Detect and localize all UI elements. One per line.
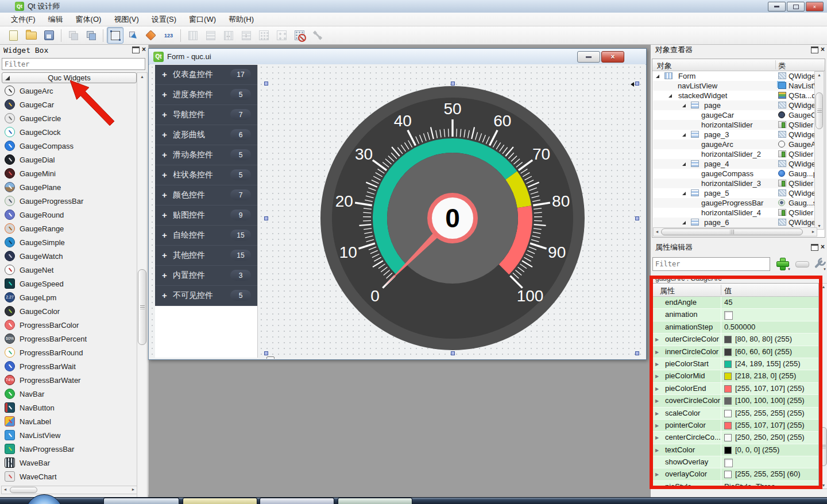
property-row-textColor[interactable]: ▶textColor[0, 0, 0] (255)	[653, 444, 818, 456]
widget-item-GaugeWatch[interactable]: GaugeWatch	[0, 249, 136, 263]
property-row-outerCircleColor[interactable]: ▶outerCircleColor[80, 80, 80] (255)	[653, 334, 818, 346]
edit-signals-slots-button[interactable]	[125, 27, 141, 44]
expand-arrow-icon[interactable]: ▶	[655, 423, 659, 428]
expand-arrow-icon[interactable]: ▶	[655, 411, 659, 416]
nav-item-2[interactable]: +导航控件7	[155, 105, 257, 125]
widget-item-WaveBar[interactable]: WaveBar	[0, 456, 136, 470]
tree-header[interactable]: 对象 类	[652, 59, 825, 71]
checkbox[interactable]	[724, 459, 733, 467]
tree-row-page[interactable]: pageQWidge	[653, 100, 816, 110]
widget-item-NavButton[interactable]: NavButton	[0, 401, 136, 414]
open-file-button[interactable]	[23, 27, 40, 44]
layout-vertical-splitter-button[interactable]: ↕	[238, 27, 254, 44]
property-row-pieColorEnd[interactable]: ▶pieColorEnd[255, 107, 107] (255)	[653, 383, 818, 395]
property-row-pointerColor[interactable]: ▶pointerColor[255, 107, 107] (255)	[653, 420, 818, 432]
expand-arrow-icon[interactable]	[682, 133, 686, 137]
edit-tab-order-button[interactable]: 123	[160, 27, 177, 44]
tree-row-gaugeProgressBar[interactable]: gaugeProgressBarGaug...s	[653, 198, 816, 208]
expand-arrow-icon[interactable]	[682, 192, 686, 195]
widget-item-GaugeSpeed[interactable]: GaugeSpeed	[0, 277, 136, 290]
scrollbar-thumb[interactable]	[10, 487, 37, 493]
float-panel-icon[interactable]	[811, 46, 818, 53]
start-button[interactable]	[25, 494, 63, 504]
property-row-animationStep[interactable]: animationStep0.500000	[653, 321, 818, 334]
col-value-header[interactable]: 值	[724, 286, 732, 296]
widget-item-ProgressBarPercent[interactable]: 60%ProgressBarPercent	[0, 332, 136, 346]
selection-handle[interactable]	[264, 82, 268, 86]
expand-arrow-icon[interactable]	[668, 94, 672, 98]
nav-item-10[interactable]: +内置控件3	[155, 266, 257, 286]
nav-item-9[interactable]: +其他控件15	[155, 246, 257, 266]
taskbar-app-button[interactable]	[260, 498, 334, 504]
tree-row-horizontalSlider_2[interactable]: horizontalSlider_2QSlider	[653, 149, 816, 159]
scroll-up-icon[interactable]: ▲	[820, 285, 827, 289]
nav-item-8[interactable]: +自绘控件15	[155, 226, 257, 246]
widget-item-GaugeNet[interactable]: GaugeNet	[0, 263, 136, 277]
form-title-bar[interactable]: Qt Form - quc.ui ×	[149, 49, 646, 65]
nav-item-6[interactable]: +颜色控件7	[155, 185, 257, 206]
property-row-innerCircleColor[interactable]: ▶innerCircleColor[60, 60, 60] (255)	[653, 346, 818, 358]
adjust-size-button[interactable]	[309, 27, 326, 44]
menu-item-6[interactable]: 帮助(H)	[222, 13, 260, 26]
maximize-button[interactable]	[787, 2, 805, 11]
form-close-button[interactable]: ×	[601, 51, 624, 63]
widget-item-GaugeArc[interactable]: GaugeArc	[0, 84, 136, 98]
widget-item-GaugeCircle[interactable]: GaugeCircle	[0, 111, 136, 125]
property-filter-input[interactable]	[652, 257, 770, 271]
close-panel-icon[interactable]: ×	[821, 46, 825, 53]
close-panel-icon[interactable]: ×	[142, 46, 146, 53]
nav-item-4[interactable]: +滑动条控件5	[155, 145, 257, 165]
float-panel-icon[interactable]	[132, 46, 140, 53]
expand-arrow-icon[interactable]: ▶	[655, 362, 659, 367]
property-vscrollbar[interactable]: ▲ ▼	[819, 283, 827, 489]
section-quc-widgets[interactable]: Quc Widgets	[2, 72, 137, 83]
scrollbar-thumb[interactable]	[661, 228, 803, 235]
tree-row-stackedWidget[interactable]: stackedWidgetQSta...dg	[653, 91, 816, 100]
property-row-coverCircleColor[interactable]: ▶coverCircleColor[100, 100, 100] (255)	[653, 395, 818, 407]
tree-row-page_6[interactable]: page_6QWidge	[653, 218, 816, 227]
widget-item-GaugeMini[interactable]: GaugeMini	[0, 166, 136, 180]
selection-handle[interactable]	[635, 216, 639, 220]
widget-item-GaugeClock[interactable]: GaugeClock	[0, 125, 136, 139]
tree-row-page_5[interactable]: page_5QWidge	[653, 188, 816, 198]
widget-item-ProgressBarWater[interactable]: 74%ProgressBarWater	[0, 373, 136, 387]
widget-item-GaugeColor[interactable]: GaugeColor	[0, 304, 136, 318]
menu-item-3[interactable]: 视图(V)	[107, 13, 145, 26]
bring-to-front-button[interactable]	[65, 27, 82, 44]
col-object-header[interactable]: 对象	[657, 61, 672, 71]
minimize-button[interactable]	[768, 2, 786, 11]
close-panel-icon[interactable]: ×	[821, 244, 825, 251]
expand-arrow-icon[interactable]: ▶	[655, 386, 659, 391]
col-class-header[interactable]: 类	[778, 61, 786, 71]
nav-item-11[interactable]: +不可见控件5	[155, 286, 257, 306]
menu-item-5[interactable]: 窗口(W)	[183, 13, 222, 26]
property-row-pieStyle[interactable]: pieStylePieStyle_Three	[653, 481, 818, 488]
property-row-scaleColor[interactable]: ▶scaleColor[255, 255, 255] (255)	[653, 408, 818, 420]
selection-handle[interactable]	[635, 351, 639, 355]
tree-row-horizontalSlider[interactable]: horizontalSliderQSlider	[653, 120, 816, 130]
selection-handle[interactable]	[264, 216, 268, 220]
expand-arrow-icon[interactable]: ▶	[655, 374, 659, 379]
expand-arrow-icon[interactable]	[682, 104, 686, 107]
widget-item-GaugeSimple[interactable]: GaugeSimple	[0, 235, 136, 249]
property-row-overlayColor[interactable]: ▶overlayColor[255, 255, 255] (60)	[653, 468, 818, 480]
float-panel-icon[interactable]	[811, 244, 818, 251]
scroll-up-icon[interactable]: ▲	[137, 75, 147, 79]
layout-grid-button[interactable]	[256, 27, 272, 44]
taskbar-app-button[interactable]	[183, 498, 257, 504]
widget-item-NavLabel[interactable]: NavLabel	[0, 414, 136, 428]
nav-item-5[interactable]: +柱状条控件5	[155, 165, 257, 185]
tree-hscrollbar[interactable]: ◄ ►	[653, 227, 817, 237]
layout-horizontal-button[interactable]	[202, 27, 219, 44]
scroll-down-icon[interactable]: ▼	[820, 483, 827, 487]
widget-item-ProgressBarWait[interactable]: ProgressBarWait	[0, 359, 136, 373]
scrollbar-thumb[interactable]	[816, 92, 823, 129]
checkbox[interactable]	[724, 311, 733, 320]
layout-form-button[interactable]	[273, 27, 290, 44]
scroll-right-icon[interactable]: ►	[811, 230, 816, 234]
widget-item-GaugeRound[interactable]: GaugeRound	[0, 208, 136, 222]
tree-row-page_4[interactable]: page_4QWidge	[653, 159, 816, 169]
scrollbar-thumb[interactable]	[820, 427, 827, 466]
widget-filter-input[interactable]	[2, 58, 145, 70]
tree-row-page_3[interactable]: page_3QWidge	[653, 130, 816, 139]
